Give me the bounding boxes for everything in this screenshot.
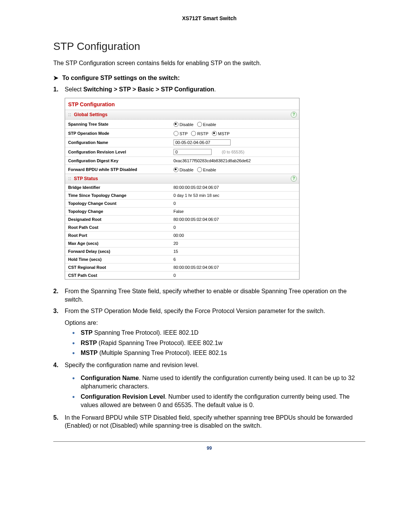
help-icon[interactable]: ? [291, 112, 297, 118]
mode-stp-radio[interactable]: STP [174, 130, 188, 136]
cstroot-v: 80:00:00:05:02:04:06:07 [170, 264, 299, 272]
cstcost-l: CST Path Cost [65, 272, 170, 280]
product-header: XS712T Smart Switch [53, 15, 365, 21]
hold-v: 6 [170, 256, 299, 264]
rev-level-input[interactable]: 0 [174, 149, 212, 155]
fwd-enable-label: Enable [203, 168, 216, 172]
fwd-enable-radio[interactable]: Enable [197, 166, 216, 172]
help-icon[interactable]: ? [291, 176, 297, 182]
op-mode-value: STP RSTP MSTP [170, 129, 299, 138]
bridge-id-l: Bridge Identifier [65, 184, 170, 192]
stp-config-panel: STP Configuration :: Global Settings ? S… [65, 98, 299, 280]
fwd-bpdu-value: Disable Enable [170, 165, 299, 174]
change-l: Topology Change [65, 208, 170, 216]
stp-status-table: Bridge Identifier80:00:00:05:02:04:06:07… [65, 184, 299, 279]
options-label: Options are: [65, 320, 365, 326]
fwddelay-l: Forward Delay (secs) [65, 248, 170, 256]
step-3: 3.From the STP Operation Mode field, spe… [53, 307, 365, 315]
rev-level-label: Configuration Revision Level [65, 147, 170, 157]
stp-status-header: :: STP Status ? [65, 174, 299, 184]
desroot-v: 80:00:00:05:02:04:06:07 [170, 216, 299, 224]
change-v: False [170, 208, 299, 216]
page-number: 99 [53, 441, 365, 451]
rootport-l: Root Port [65, 232, 170, 240]
op-mode-label: STP Operation Mode [65, 129, 170, 138]
rootport-v: 00:00 [170, 232, 299, 240]
config-name-desc: Configuration Name. Name used to identif… [72, 374, 365, 391]
grip-icon: :: [68, 112, 71, 117]
global-settings-header: :: Global Settings ? [65, 110, 299, 120]
mode-stp-label: STP [180, 131, 188, 136]
mode-rstp-label: RSTP [197, 131, 208, 136]
spanning-disable-radio[interactable]: Disable [174, 121, 194, 127]
fwd-disable-label: Disable [180, 168, 194, 172]
enable-label: Enable [203, 122, 216, 127]
subhead-text: To configure STP settings on the switch: [62, 75, 180, 81]
spanning-state-value: Disable Enable [170, 120, 299, 129]
step-4: 4.Specify the configuration name and rev… [53, 361, 365, 369]
step-1: 1. Select Switching > STP > Basic > STP … [53, 85, 365, 94]
section-title: STP Configuration [53, 40, 365, 53]
step1-suffix: . [214, 86, 216, 93]
spanning-state-label: Spanning Tree State [65, 120, 170, 129]
cstroot-l: CST Regional Root [65, 264, 170, 272]
option-mstp: MSTP (Multiple Spanning Tree Protocol). … [72, 349, 365, 357]
fwd-bpdu-label: Forward BPDU while STP Disabled [65, 165, 170, 174]
config-name-label: Configuration Name [65, 138, 170, 147]
count-v: 0 [170, 200, 299, 208]
step1-bold: Switching > STP > Basic > STP Configurat… [83, 86, 214, 93]
bridge-id-v: 80:00:00:05:02:04:06:07 [170, 184, 299, 192]
option-stp: STP Spanning Tree Protocol). IEEE 802.1D [72, 329, 365, 337]
rootcost-v: 0 [170, 224, 299, 232]
rev-level-hint: (0 to 65535) [222, 150, 244, 154]
maxage-l: Max Age (secs) [65, 240, 170, 248]
subhead: ➤ To configure STP settings on the switc… [53, 74, 365, 81]
arrow-icon: ➤ [53, 74, 58, 81]
hold-l: Hold Time (secs) [65, 256, 170, 264]
step1-prefix: Select [65, 86, 83, 93]
step-2: 2.From the Spanning Tree State field, sp… [53, 287, 365, 304]
time-v: 0 day 1 hr 53 min 18 sec [170, 192, 299, 200]
global-header-text: Global Settings [74, 112, 107, 117]
config-rev-desc: Configuration Revision Level. Number use… [72, 393, 365, 410]
maxage-v: 20 [170, 240, 299, 248]
time-l: Time Since Topology Change [65, 192, 170, 200]
digest-label: Configuration Digest Key [65, 157, 170, 165]
rootcost-l: Root Path Cost [65, 224, 170, 232]
fwddelay-v: 15 [170, 248, 299, 256]
digest-value: 0xac36177f50283cd4b83821d8ab26de62 [170, 157, 299, 165]
grip-icon: :: [68, 176, 71, 181]
count-l: Topology Change Count [65, 200, 170, 208]
option-rstp: RSTP (Rapid Spanning Tree Protocol). IEE… [72, 339, 365, 347]
config-name-input[interactable]: 00-05-02-04-06-07 [174, 139, 231, 145]
mode-mstp-radio[interactable]: MSTP [212, 130, 230, 136]
step-5: 5.In the Forward BPDU while STP Disabled… [53, 414, 365, 430]
panel-title: STP Configuration [65, 98, 299, 110]
mode-rstp-radio[interactable]: RSTP [191, 130, 208, 136]
spanning-enable-radio[interactable]: Enable [197, 121, 216, 127]
cstcost-v: 0 [170, 272, 299, 280]
status-header-text: STP Status [74, 176, 98, 181]
section-intro: The STP Configuration screen contains fi… [53, 59, 365, 67]
disable-label: Disable [180, 122, 194, 127]
global-settings-table: Spanning Tree State Disable Enable STP O… [65, 120, 299, 174]
fwd-disable-radio[interactable]: Disable [174, 166, 194, 172]
mode-mstp-label: MSTP [218, 131, 230, 136]
desroot-l: Designated Root [65, 216, 170, 224]
